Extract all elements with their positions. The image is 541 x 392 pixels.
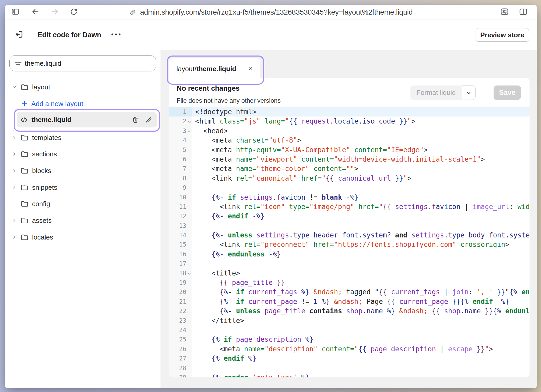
line-number: 9	[169, 183, 186, 192]
line-content: <link rel="preconnect" href="https://fon…	[195, 240, 530, 249]
code-line[interactable]: 8 <link rel="canonical" href="{{ canonic…	[169, 174, 530, 183]
code-line[interactable]: 18 <title>	[169, 268, 530, 278]
tab-close-icon[interactable]	[247, 65, 254, 72]
delete-icon[interactable]	[131, 116, 139, 124]
code-line[interactable]: 6 <meta name="viewport" content="width=d…	[169, 155, 530, 164]
chevron-right-icon[interactable]	[12, 185, 17, 190]
code-line[interactable]: 13	[169, 221, 530, 230]
line-content: <meta name="description" content="{{ pag…	[195, 344, 530, 354]
code-line[interactable]: 3 <head>	[169, 126, 530, 136]
back-icon[interactable]	[31, 7, 40, 17]
sidebar-item-templates[interactable]: templates	[5, 132, 161, 143]
fold-toggle-icon[interactable]	[187, 129, 192, 134]
editor-area: layout/theme.liquid No recent changes Fi…	[161, 50, 537, 388]
chevron-right-icon[interactable]	[12, 168, 17, 173]
reload-icon[interactable]	[69, 7, 78, 17]
code-editor[interactable]: 1<!doctype html>2<html class="js" lang="…	[169, 107, 530, 377]
line-content: <title>	[195, 268, 530, 278]
code-line[interactable]: 7 <meta name="theme-color" content="">	[169, 164, 530, 173]
code-line[interactable]: 24	[169, 325, 530, 335]
sidebar-item-assets[interactable]: assets	[5, 215, 161, 226]
sidebar-item-snippets[interactable]: snippets	[5, 182, 161, 193]
code-line[interactable]: 23 </title>	[169, 316, 530, 325]
chevron-down-icon[interactable]	[12, 84, 17, 90]
sidebar-toggle-icon[interactable]	[11, 7, 20, 17]
file-label: theme.liquid	[32, 116, 71, 124]
code-line[interactable]: 9	[169, 183, 530, 192]
exit-icon[interactable]	[14, 30, 24, 40]
preview-store-button[interactable]: Preview store	[476, 28, 529, 42]
line-content: <html class="js" lang="{{ request.locale…	[195, 117, 530, 126]
sidebar-item-add-layout[interactable]: Add a new layout	[5, 98, 161, 109]
save-button[interactable]: Save	[494, 85, 521, 100]
code-line[interactable]: 12 {%- endif -%}	[169, 211, 530, 221]
code-line[interactable]: 26 <meta name="description" content="{{ …	[169, 344, 530, 354]
chevron-right-icon[interactable]	[12, 151, 17, 157]
code-line[interactable]: 1<!doctype html>	[169, 107, 530, 117]
line-number: 12	[169, 211, 186, 221]
sidebar-item-locales[interactable]: locales	[5, 231, 161, 243]
sidebar-item-sections[interactable]: sections	[5, 148, 161, 160]
line-content: <!doctype html>	[195, 107, 530, 117]
add-layout-label: Add a new layout	[31, 100, 83, 108]
code-line[interactable]: 14 {%- unless settings.type_header_font.…	[169, 230, 530, 240]
folder-label: locales	[32, 233, 53, 241]
code-line[interactable]: 27 {% endif %}	[169, 354, 530, 363]
chevron-right-icon[interactable]	[12, 135, 17, 140]
split-view-icon[interactable]	[519, 7, 528, 17]
code-line[interactable]: 16 {%- endunless -%}	[169, 249, 530, 259]
code-line[interactable]: 15 <link rel="preconnect" href="https://…	[169, 240, 530, 249]
code-line[interactable]: 22 {%- unless page_title contains shop.n…	[169, 306, 530, 316]
format-liquid-button[interactable]: Format liquid	[410, 85, 476, 100]
sidebar-item-layout[interactable]: layout	[5, 81, 161, 93]
code-line[interactable]: 19 {{ page_title }}	[169, 278, 530, 287]
sidebar-item-blocks[interactable]: blocks	[5, 165, 161, 176]
line-content: {%- if current_tags %} &ndash; tagged "{…	[195, 287, 530, 297]
code-line[interactable]: 28	[169, 363, 530, 373]
line-content: <meta http-equiv="X-UA-Compatible" conte…	[195, 145, 530, 155]
sidebar-item-config[interactable]: config	[5, 198, 161, 210]
line-content: <meta name="theme-color" content="">	[195, 164, 530, 173]
fold-toggle-icon[interactable]	[187, 119, 192, 124]
line-number: 3	[169, 126, 186, 136]
browser-toolbar: admin.shopify.com/store/rzq1xu-f5/themes…	[5, 5, 537, 20]
chevron-right-icon[interactable]	[12, 218, 17, 223]
line-number: 18	[169, 268, 186, 278]
status-title: No recent changes	[177, 84, 240, 93]
code-line[interactable]: 17	[169, 259, 530, 268]
line-content: </title>	[195, 316, 530, 325]
code-line[interactable]: 5 <meta http-equiv="X-UA-Compatible" con…	[169, 145, 530, 155]
editor-panel: No recent changes File does not have any…	[169, 78, 530, 377]
folder-label: config	[32, 200, 50, 208]
line-number: 5	[169, 145, 186, 155]
line-number: 27	[169, 354, 186, 363]
code-line[interactable]: 25 {% if page_description %}	[169, 335, 530, 344]
code-line[interactable]: 29 {% render 'meta-tags' %}	[169, 373, 530, 377]
sidebar-item-theme-liquid[interactable]: theme.liquid	[17, 112, 157, 127]
browser-settings-icon[interactable]	[500, 7, 509, 17]
format-dropdown-button[interactable]	[462, 85, 476, 100]
code-line[interactable]: 10 {%- if settings.favicon != blank -%}	[169, 193, 530, 202]
code-line[interactable]: 4 <meta charset="utf-8">	[169, 136, 530, 145]
tab-theme-liquid[interactable]: layout/theme.liquid	[169, 58, 260, 79]
code-line[interactable]: 2<html class="js" lang="{{ request.local…	[169, 117, 530, 126]
fold-toggle-icon[interactable]	[187, 271, 192, 276]
line-number: 17	[169, 259, 186, 268]
line-content: {{ page_title }}	[195, 278, 530, 287]
folder-label: sections	[32, 150, 57, 158]
url-text[interactable]: admin.shopify.com/store/rzq1xu-f5/themes…	[140, 8, 413, 16]
line-number: 2	[169, 117, 186, 126]
folder-icon	[20, 83, 29, 91]
chevron-spacer	[12, 201, 17, 206]
overflow-menu-icon[interactable]	[110, 33, 121, 37]
format-liquid-label[interactable]: Format liquid	[410, 85, 462, 100]
forward-icon[interactable]	[50, 7, 59, 17]
code-line[interactable]: 11 <link rel="icon" type="image/png" hre…	[169, 202, 530, 211]
edit-icon[interactable]	[145, 116, 153, 124]
code-line[interactable]: 21 {%- if current_page != 1 %} &ndash; P…	[169, 297, 530, 306]
chevron-right-icon[interactable]	[12, 235, 17, 240]
page-title: Edit code for Dawn	[38, 31, 101, 39]
line-number: 21	[169, 297, 186, 306]
code-line[interactable]: 20 {%- if current_tags %} &ndash; tagged…	[169, 287, 530, 297]
search-input[interactable]: theme.liquid	[9, 55, 156, 71]
